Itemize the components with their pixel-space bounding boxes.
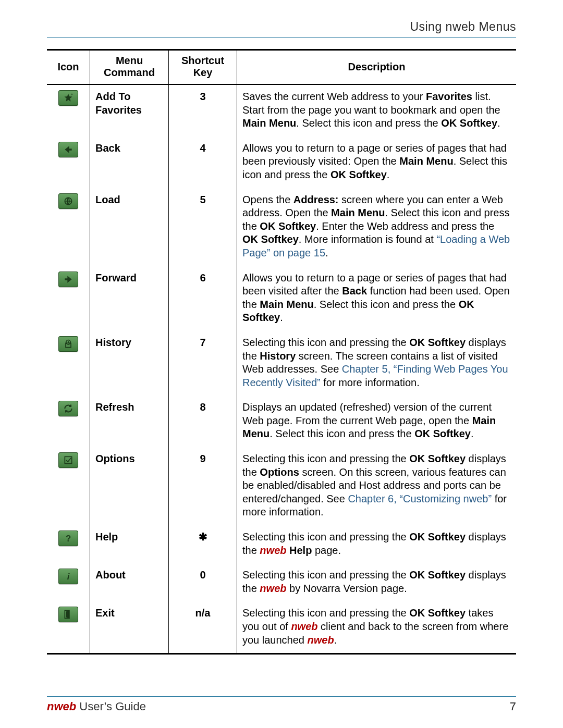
col-header-icon: Icon (47, 50, 90, 85)
cell-description: Allows you to return to a page or series… (237, 137, 517, 188)
cell-key: ✱ (169, 525, 237, 563)
table-row: iAbout0Selecting this icon and pressing … (47, 563, 516, 601)
cell-command: Exit (90, 601, 169, 653)
cell-command: Help (90, 525, 169, 563)
cell-description: Selecting this icon and pressing the OK … (237, 563, 517, 601)
col-header-desc: Description (237, 50, 517, 85)
footer-title: nweb User’s Guide (47, 700, 146, 713)
cell-description: Selecting this icon and pressing the OK … (237, 601, 517, 653)
cell-icon (47, 266, 90, 331)
col-header-key: Shortcut Key (169, 50, 237, 85)
cell-key: 3 (169, 84, 237, 137)
table-body: +Add To Favorites3Saves the current Web … (47, 84, 516, 654)
cell-icon: i (47, 563, 90, 601)
history-icon (58, 336, 78, 352)
running-header: Using nweb Menus (47, 20, 516, 38)
footer-rest: User’s Guide (76, 700, 146, 713)
back-icon (58, 142, 78, 157)
table-row: ?Help✱Selecting this icon and pressing t… (47, 525, 516, 563)
about-icon: i (58, 569, 78, 584)
cell-key: 6 (169, 266, 237, 331)
table-row: Forward6Allows you to return to a page o… (47, 266, 516, 331)
refresh-icon (58, 401, 78, 416)
col-header-command: Menu Command (90, 50, 169, 85)
cell-key: n/a (169, 601, 237, 653)
svg-text:?: ? (66, 534, 71, 544)
page-number: 7 (510, 700, 516, 713)
document-page: Using nweb Menus Icon Menu Command Short… (0, 0, 563, 728)
cell-command: History (90, 331, 169, 396)
cell-key: 0 (169, 563, 237, 601)
favorites-icon: + (58, 90, 78, 106)
cell-description: Opens the Address: screen where you can … (237, 188, 517, 266)
cell-command: Refresh (90, 396, 169, 447)
cell-icon: + (47, 84, 90, 137)
load-icon (58, 193, 78, 209)
svg-marker-4 (65, 276, 71, 282)
cell-description: Selecting this icon and pressing the OK … (237, 525, 517, 563)
cell-command: Load (90, 188, 169, 266)
table-row: Refresh8Displays an updated (refreshed) … (47, 396, 516, 447)
cell-command: Add To Favorites (90, 84, 169, 137)
cell-command: Options (90, 447, 169, 525)
table-row: +Add To Favorites3Saves the current Web … (47, 84, 516, 137)
cell-key: 8 (169, 396, 237, 447)
table-row: Options9Selecting this icon and pressing… (47, 447, 516, 525)
svg-rect-7 (65, 456, 71, 463)
forward-icon (58, 272, 78, 287)
options-icon (58, 452, 78, 468)
cell-icon (47, 396, 90, 447)
cell-command: Forward (90, 266, 169, 331)
svg-text:i: i (67, 572, 70, 582)
cell-key: 4 (169, 137, 237, 188)
cell-command: Back (90, 137, 169, 188)
svg-text:+: + (71, 93, 73, 96)
cell-icon (47, 188, 90, 266)
cell-icon: ? (47, 525, 90, 563)
cell-description: Selecting this icon and pressing the OK … (237, 447, 517, 525)
cell-description: Allows you to return to a page or series… (237, 266, 517, 331)
svg-marker-2 (65, 146, 71, 153)
cell-icon (47, 137, 90, 188)
cell-description: Selecting this icon and pressing the OK … (237, 331, 517, 396)
menu-table: Icon Menu Command Shortcut Key Descripti… (47, 49, 516, 655)
cell-key: 9 (169, 447, 237, 525)
cell-description: Displays an updated (refreshed) version … (237, 396, 517, 447)
table-header-row: Icon Menu Command Shortcut Key Descripti… (47, 50, 516, 85)
table-row: Load5Opens the Address: screen where you… (47, 188, 516, 266)
table-row: Exitn/aSelecting this icon and pressing … (47, 601, 516, 653)
cell-description: Saves the current Web address to your Fa… (237, 84, 517, 137)
cell-command: About (90, 563, 169, 601)
table-row: Back4Allows you to return to a page or s… (47, 137, 516, 188)
cell-icon (47, 331, 90, 396)
cell-icon (47, 447, 90, 525)
table-row: History7Selecting this icon and pressing… (47, 331, 516, 396)
footer-nweb: nweb (47, 700, 76, 713)
page-footer: nweb User’s Guide 7 (47, 696, 516, 713)
cell-icon (47, 601, 90, 653)
exit-icon (58, 607, 78, 622)
help-icon: ? (58, 530, 78, 546)
cell-key: 5 (169, 188, 237, 266)
svg-marker-11 (67, 611, 69, 619)
cell-key: 7 (169, 331, 237, 396)
